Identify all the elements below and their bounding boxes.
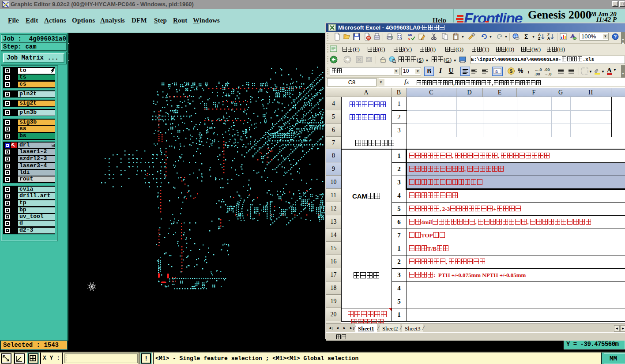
svg-text:?: ? — [614, 34, 617, 39]
svg-text:A: A — [547, 36, 550, 41]
svg-text:c: c — [408, 37, 410, 41]
svg-text:$: $ — [510, 68, 512, 74]
svg-text:Σ: Σ — [524, 33, 528, 40]
svg-text:a: a — [495, 69, 498, 74]
svg-text:Z: Z — [538, 36, 540, 41]
